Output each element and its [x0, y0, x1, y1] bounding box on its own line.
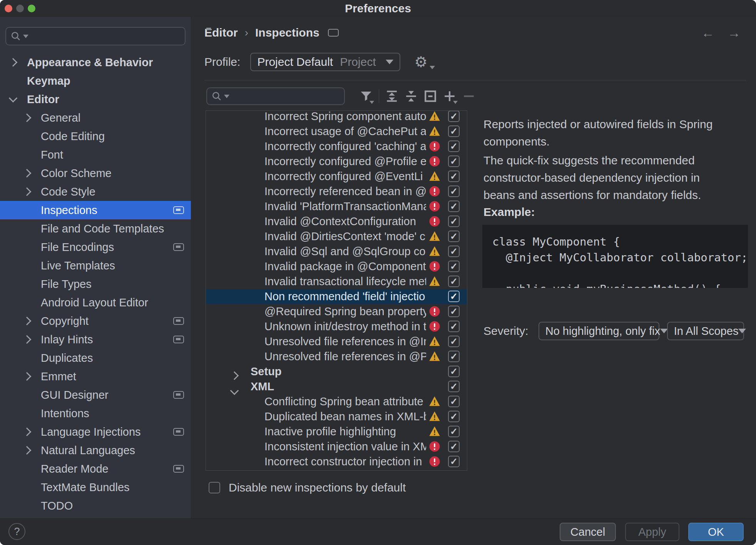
breadcrumb-inspections[interactable]: Inspections	[255, 26, 319, 39]
sidebar-item-appearance-behavior[interactable]: Appearance & Behavior	[0, 53, 191, 72]
chevron-right-icon[interactable]	[10, 59, 27, 65]
sidebar-item-code-style[interactable]: Code Style	[0, 182, 191, 201]
disable-new-inspections-checkbox[interactable]	[209, 482, 220, 493]
sidebar-item-copyright[interactable]: Copyright	[0, 312, 191, 330]
inspection-row-incorrectly-configured-profile-e[interactable]: Incorrectly configured @Profile e✓	[206, 154, 467, 169]
inspection-row-incorrect-constructor-injection-in[interactable]: Incorrect constructor injection in✓	[206, 454, 467, 469]
search-options-caret-icon[interactable]	[23, 35, 28, 38]
sidebar-item-intentions[interactable]: Intentions	[0, 404, 191, 423]
inspection-row-incorrectly-configured-caching-a[interactable]: Incorrectly configured 'caching' a✓	[206, 139, 467, 154]
sidebar-item-natural-languages[interactable]: Natural Languages	[0, 441, 191, 460]
apply-button[interactable]: Apply	[625, 523, 679, 541]
inspection-enabled-checkbox[interactable]: ✓	[448, 411, 460, 422]
sidebar-item-textmate-bundles[interactable]: TextMate Bundles	[0, 478, 191, 497]
inspection-enabled-checkbox[interactable]: ✓	[448, 216, 460, 227]
sidebar-item-keymap[interactable]: Keymap	[0, 72, 191, 90]
chevron-right-icon[interactable]	[24, 170, 41, 176]
sidebar-item-color-scheme[interactable]: Color Scheme	[0, 164, 191, 182]
inspection-enabled-checkbox[interactable]: ✓	[448, 366, 460, 377]
inspection-enabled-checkbox[interactable]: ✓	[448, 171, 460, 182]
inspection-row-invalid-platformtransactionmana[interactable]: Invalid 'PlatformTransactionMana✓	[206, 199, 467, 214]
inspection-row-invalid-package-in-components[interactable]: Invalid package in @ComponentS✓	[206, 259, 467, 274]
inspection-enabled-checkbox[interactable]: ✓	[448, 441, 460, 452]
chevron-down-icon[interactable]	[10, 97, 27, 101]
sidebar-item-file-and-code-templates[interactable]: File and Code Templates	[0, 219, 191, 238]
sidebar-item-inlay-hints[interactable]: Inlay Hints	[0, 330, 191, 349]
inspection-row-incorrectly-referenced-bean-in[interactable]: Incorrectly referenced bean in @✓	[206, 184, 467, 199]
inspection-row-unresolved-file-references-in-pr[interactable]: Unresolved file references in @Pr✓	[206, 349, 467, 364]
inspection-row-invalid-transactional-lifecycle-met[interactable]: Invalid transactional lifecycle met✓	[206, 274, 467, 289]
inspection-row-incorrect-spring-component-auto[interactable]: Incorrect Spring component auto✓	[206, 110, 467, 124]
sidebar-item-duplicates[interactable]: Duplicates	[0, 349, 191, 367]
inspection-row-invalid-contextconfiguration[interactable]: Invalid @ContextConfiguration✓	[206, 214, 467, 229]
inspection-row-invalid-sql-and-sqlgroup-con[interactable]: Invalid @Sql and @SqlGroup con✓	[206, 244, 467, 259]
inspection-enabled-checkbox[interactable]: ✓	[448, 321, 460, 332]
sidebar-search-input[interactable]	[5, 27, 186, 45]
sidebar-item-code-editing[interactable]: Code Editing	[0, 127, 191, 145]
chevron-right-icon[interactable]	[24, 429, 41, 435]
inspection-enabled-checkbox[interactable]: ✓	[448, 186, 460, 197]
inspection-enabled-checkbox[interactable]: ✓	[448, 261, 460, 272]
profile-actions-button[interactable]: ⚙	[414, 55, 435, 69]
inspection-enabled-checkbox[interactable]: ✓	[448, 396, 460, 407]
expand-all-button[interactable]	[382, 88, 401, 105]
help-button[interactable]: ?	[8, 523, 25, 540]
sidebar-item-file-encodings[interactable]: File Encodings	[0, 238, 191, 256]
inspection-enabled-checkbox[interactable]: ✓	[448, 125, 460, 137]
inspection-enabled-checkbox[interactable]: ✓	[448, 456, 460, 467]
inspection-enabled-checkbox[interactable]: ✓	[448, 291, 460, 302]
inspection-enabled-checkbox[interactable]: ✓	[448, 426, 460, 437]
search-options-caret-icon[interactable]	[224, 95, 229, 98]
sidebar-item-live-templates[interactable]: Live Templates	[0, 256, 191, 275]
inspection-enabled-checkbox[interactable]: ✓	[448, 351, 460, 362]
inspection-enabled-checkbox[interactable]: ✓	[448, 381, 460, 392]
inspection-row-incorrect-usage-of-cacheput-ar[interactable]: Incorrect usage of @CachePut ar✓	[206, 124, 467, 139]
sidebar-item-editor[interactable]: Editor	[0, 90, 191, 109]
sidebar-item-font[interactable]: Font	[0, 145, 191, 164]
severity-dropdown[interactable]: No highlighting, only fix	[539, 322, 659, 340]
forward-arrow-icon[interactable]: →	[728, 25, 741, 40]
ok-button[interactable]: OK	[688, 523, 744, 541]
sidebar-item-gui-designer[interactable]: GUI Designer	[0, 386, 191, 404]
collapse-all-button[interactable]	[401, 88, 421, 105]
sidebar-item-inspections[interactable]: Inspections	[0, 201, 191, 219]
inspection-row-incorrectly-configured-eventli[interactable]: Incorrectly configured @EventLi✓	[206, 169, 467, 184]
sidebar-item-reader-mode[interactable]: Reader Mode	[0, 460, 191, 478]
chevron-right-icon[interactable]	[24, 336, 41, 343]
profile-dropdown[interactable]: Project Default Project	[250, 53, 400, 71]
inspection-row-setup[interactable]: Setup✓	[206, 364, 467, 379]
inspection-enabled-checkbox[interactable]: ✓	[448, 246, 460, 257]
inspection-enabled-checkbox[interactable]: ✓	[448, 110, 460, 122]
sidebar-item-language-injections[interactable]: Language Injections	[0, 423, 191, 441]
chevron-right-icon[interactable]	[24, 115, 41, 121]
inspection-enabled-checkbox[interactable]: ✓	[448, 336, 460, 347]
inspection-row-invalid-dirtiescontext-mode-c[interactable]: Invalid @DirtiesContext 'mode' c✓	[206, 229, 467, 244]
chevron-right-icon[interactable]	[24, 373, 41, 379]
inspection-enabled-checkbox[interactable]: ✓	[448, 306, 460, 317]
inspection-enabled-checkbox[interactable]: ✓	[448, 231, 460, 242]
reset-inspection-button[interactable]	[421, 88, 440, 105]
inspection-enabled-checkbox[interactable]: ✓	[448, 155, 460, 167]
inspection-row-unresolved-file-references-in-in[interactable]: Unresolved file references in @In✓	[206, 334, 467, 349]
chevron-right-icon[interactable]	[24, 189, 41, 195]
inspection-row-xml[interactable]: XML✓	[206, 379, 467, 394]
inspection-enabled-checkbox[interactable]: ✓	[448, 201, 460, 212]
sidebar-item-emmet[interactable]: Emmet	[0, 367, 191, 386]
chevron-right-icon[interactable]	[24, 447, 41, 453]
remove-inspection-button[interactable]	[459, 88, 478, 105]
inspections-search-input[interactable]	[206, 87, 345, 105]
scope-dropdown[interactable]: In All Scopes	[667, 322, 744, 340]
inspection-row-inactive-profile-highlighting[interactable]: Inactive profile highlighting✓	[206, 424, 467, 439]
cancel-button[interactable]: Cancel	[560, 523, 616, 541]
sidebar-item-android-layout-editor[interactable]: Android Layout Editor	[0, 293, 191, 312]
add-inspection-button[interactable]	[440, 88, 459, 105]
inspection-row-duplicated-bean-names-in-xml-b[interactable]: Duplicated bean names in XML-b✓	[206, 409, 467, 424]
inspection-row-conflicting-spring-bean-attribute[interactable]: Conflicting Spring bean attribute✓	[206, 394, 467, 409]
inspection-enabled-checkbox[interactable]: ✓	[448, 140, 460, 152]
inspection-row-required-spring-bean-property[interactable]: @Required Spring bean property✓	[206, 304, 467, 319]
sidebar-item-todo[interactable]: TODO	[0, 497, 191, 515]
inspection-row-unknown-init-destroy-method-in-t[interactable]: Unknown init/destroy method in t✓	[206, 319, 467, 334]
inspection-enabled-checkbox[interactable]: ✓	[448, 276, 460, 287]
sidebar-item-file-types[interactable]: File Types	[0, 275, 191, 293]
filter-button[interactable]	[356, 88, 376, 105]
